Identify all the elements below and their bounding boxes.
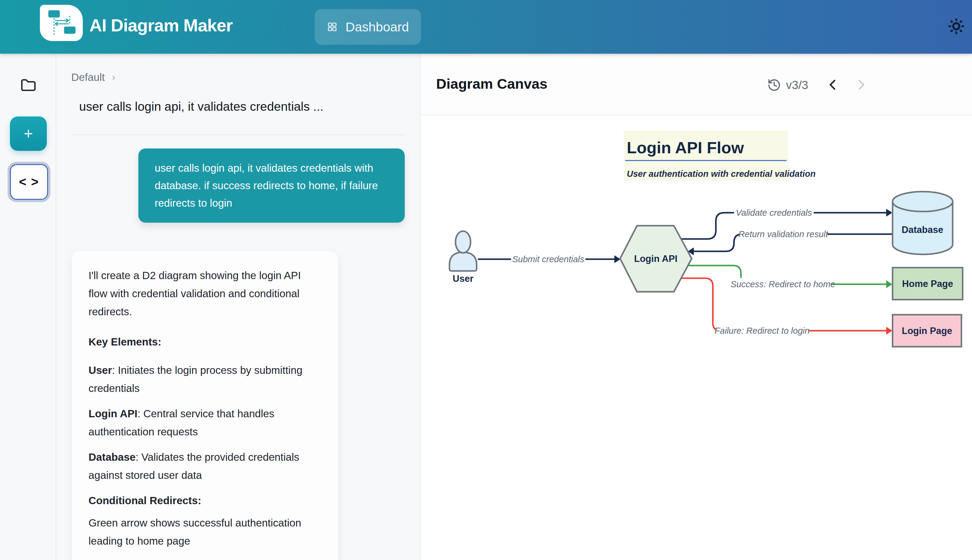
conversation-title: user calls login api, it validates crede… — [79, 100, 405, 114]
element-description: : Initiates the login process by submitt… — [89, 364, 302, 394]
breadcrumb: Default › — [71, 71, 115, 83]
login-api-flow-diagram: Login API Flow User authentication with … — [435, 127, 967, 365]
canvas-title: Diagram Canvas — [436, 75, 547, 92]
assistant-intro: I'll create a D2 diagram showing the log… — [89, 267, 315, 321]
next-version-button[interactable] — [855, 77, 868, 93]
plus-icon: + — [24, 125, 33, 142]
arrowhead — [614, 255, 621, 263]
node-label-user: User — [453, 273, 473, 284]
app-title: AI Diagram Maker — [89, 15, 233, 35]
app-header: AI Diagram Maker Dashboard — [0, 0, 972, 54]
edge-label-validate: Validate credentials — [736, 208, 812, 218]
app-logo — [40, 5, 83, 41]
node-label-login-api: Login API — [634, 253, 678, 264]
breadcrumb-project[interactable]: Default — [71, 71, 105, 83]
edge-label-return: Return validation result — [738, 229, 829, 239]
edge-label-submit: Submit credentials — [512, 254, 584, 264]
arrowhead — [886, 280, 892, 288]
history-icon — [767, 78, 781, 92]
version-controls: v3/3 — [767, 77, 868, 93]
previous-version-button[interactable] — [826, 77, 839, 93]
chat-panel: Default › user calls login api, it valid… — [56, 54, 420, 560]
assistant-message-card: I'll create a D2 diagram showing the log… — [72, 250, 339, 560]
node-login-page: Login Page — [893, 315, 962, 347]
code-brackets-icon: < > — [19, 175, 39, 189]
node-label-home-page: Home Page — [902, 278, 953, 289]
user-message-bubble: user calls login api, it validates crede… — [138, 148, 405, 223]
theme-toggle-button[interactable] — [945, 15, 968, 38]
node-label-database: Database — [902, 225, 943, 235]
arrowhead — [886, 327, 892, 335]
canvas-header: Diagram Canvas v3/3 — [421, 54, 972, 115]
diagram-subtitle: User authentication with credential vali… — [627, 169, 816, 178]
element-item: Database: Validates the provided credent… — [89, 448, 315, 484]
chevron-left-icon — [827, 78, 838, 92]
element-term: User — [89, 364, 112, 376]
divider — [71, 135, 405, 135]
edge-label-failure: Failure: Redirect to login — [714, 326, 810, 335]
sun-icon — [947, 17, 966, 36]
dashboard-button[interactable]: Dashboard — [315, 9, 421, 45]
version-label: v3/3 — [786, 78, 808, 92]
edge-label-success: Success: Redirect to home — [731, 279, 835, 289]
element-term: Database — [89, 451, 136, 463]
redirects-note: Green arrow shows successful authenticat… — [89, 514, 315, 550]
left-toolbar: + < > — [0, 54, 56, 560]
projects-folder-button[interactable] — [20, 77, 36, 93]
breadcrumb-chevron-icon: › — [112, 72, 115, 83]
new-diagram-button[interactable]: + — [10, 117, 47, 151]
grid-icon — [327, 19, 338, 34]
node-label-login-page: Login Page — [902, 325, 952, 336]
element-item: Login API: Central service that handles … — [89, 405, 315, 441]
node-login-api: Login API — [620, 226, 692, 292]
sequence-diagram-logo-icon — [40, 5, 83, 40]
node-user: User — [450, 231, 477, 284]
node-home-page: Home Page — [893, 268, 963, 300]
arrowhead — [886, 209, 892, 217]
conditional-redirects-heading: Conditional Redirects: — [89, 492, 315, 510]
key-elements-heading: Key Elements: — [89, 333, 315, 351]
person-body — [450, 252, 477, 271]
dashboard-label: Dashboard — [346, 20, 409, 34]
app-root: AI Diagram Maker Dashboard — [0, 0, 972, 560]
canvas-panel: Diagram Canvas v3/3 — [421, 54, 972, 560]
code-view-button[interactable]: < > — [10, 164, 48, 200]
element-term: Login API — [89, 408, 137, 419]
diagram-title: Login API Flow — [627, 138, 744, 157]
chevron-right-icon — [856, 78, 867, 92]
element-item: User: Initiates the login process by sub… — [89, 361, 315, 397]
diagram-canvas[interactable]: Login API Flow User authentication with … — [435, 127, 967, 365]
folder-icon — [20, 77, 36, 93]
node-database: Database — [893, 192, 953, 254]
person-head — [455, 231, 470, 253]
